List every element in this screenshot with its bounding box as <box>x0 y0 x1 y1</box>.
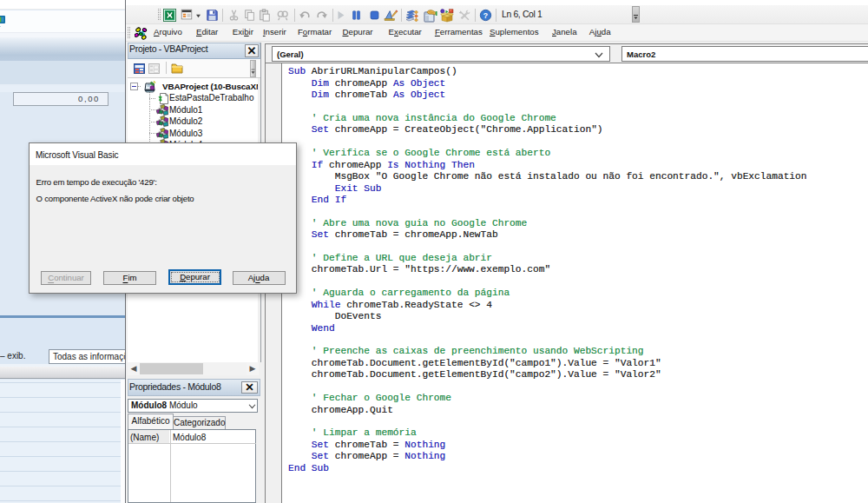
svg-text:?: ? <box>483 11 488 20</box>
